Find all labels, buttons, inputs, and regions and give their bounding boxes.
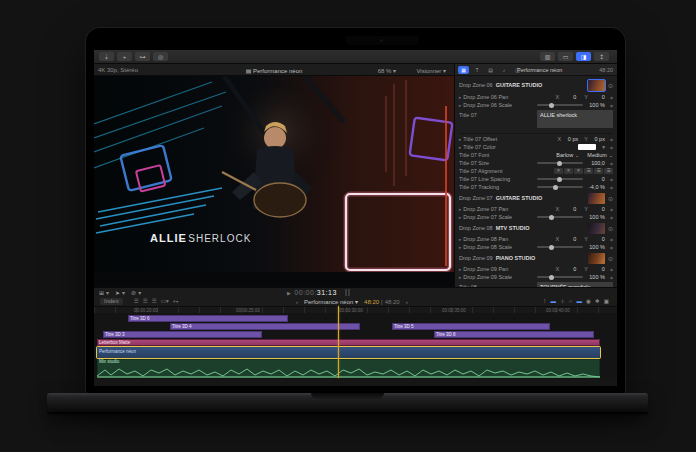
align-right-button[interactable]: ≡ — [574, 168, 583, 174]
appearance-option-icon[interactable]: ☰ — [152, 298, 157, 305]
settings-icon[interactable]: ⊙ — [608, 225, 613, 232]
forward-arrow-icon[interactable]: › — [406, 299, 408, 305]
keyframe-icon[interactable]: ◆ — [610, 237, 613, 242]
font-family-select[interactable]: Barlow ⌄ — [556, 152, 579, 158]
disclosure-icon[interactable]: ▸ — [459, 275, 461, 280]
dropzone-09-thumbnail[interactable] — [588, 253, 605, 264]
scale-slider[interactable] — [537, 216, 583, 218]
keyframe-icon[interactable]: ◆ — [610, 215, 613, 220]
scale-slider[interactable] — [537, 246, 583, 248]
append-edit-button[interactable]: ⊹ — [560, 298, 565, 304]
align-left-button[interactable]: ≡ — [554, 168, 563, 174]
value-field[interactable]: 100 % — [587, 244, 605, 250]
keyframe-icon[interactable]: ◆ — [610, 275, 613, 280]
disclosure-icon[interactable]: ▸ — [459, 145, 461, 150]
scale-slider[interactable] — [537, 276, 583, 278]
keyframe-icon[interactable]: ◆ — [610, 207, 613, 212]
keyframe-icon[interactable]: ◆ — [610, 267, 613, 272]
browser-toggle-button[interactable]: ▥ — [540, 52, 555, 61]
overwrite-edit-button[interactable]: ∩ — [569, 298, 573, 304]
appearance-option-icon[interactable]: ☰ — [143, 298, 148, 305]
timeline-tracks[interactable]: Titre 3D 6 Titre 3D 4 Titre 3D 5 Titre 3… — [94, 313, 617, 379]
zoom-tool-menu[interactable]: ⌖▾ — [173, 298, 178, 305]
font-weight-select[interactable]: Medium ⌄ — [587, 152, 613, 158]
value-field[interactable]: 0 — [591, 94, 605, 100]
add-button[interactable]: + — [117, 52, 132, 61]
line-spacing-slider[interactable] — [537, 178, 583, 180]
disclosure-icon[interactable]: ▸ — [459, 95, 461, 100]
keyframe-icon[interactable]: ◆ — [610, 137, 613, 142]
disclosure-icon[interactable]: ▸ — [459, 103, 461, 108]
title-clip[interactable]: Titre 3D 8 — [434, 331, 594, 338]
keyframe-icon[interactable]: ◆ — [610, 245, 613, 250]
value-field[interactable]: 0 — [562, 206, 576, 212]
tab-audio[interactable]: ♪ — [499, 66, 510, 74]
value-field[interactable]: 0 — [562, 266, 576, 272]
appearance-option-icon[interactable]: ☰ — [134, 298, 139, 305]
keyframe-icon[interactable]: ◆ — [610, 103, 613, 108]
project-name-menu[interactable]: Performance néon ▾ — [304, 298, 358, 305]
keyframe-icon[interactable]: ◆ — [610, 95, 613, 100]
dropzone-07-thumbnail[interactable] — [588, 193, 605, 204]
display-options-menu[interactable]: ⊞▾ — [99, 289, 109, 296]
timeline-toggle-button[interactable]: ▭ — [558, 52, 573, 61]
back-arrow-icon[interactable]: ‹ — [296, 299, 298, 305]
keyframe-icon[interactable]: ◆ — [610, 145, 613, 150]
background-tasks-button[interactable]: ◎ — [153, 52, 168, 61]
value-field[interactable]: 100 % — [587, 274, 605, 280]
value-field[interactable]: 0 — [591, 206, 605, 212]
audio-meters-icon[interactable] — [345, 289, 351, 296]
size-slider[interactable] — [537, 162, 583, 164]
tab-generator[interactable]: ▦ — [458, 66, 469, 74]
keyframe-icon[interactable]: ◆ — [610, 185, 613, 190]
viewer-canvas[interactable]: ALLIE SHERLOCK — [94, 76, 455, 287]
color-swatch[interactable] — [578, 144, 596, 150]
play-icon[interactable]: ▶ — [287, 290, 291, 296]
disclosure-icon[interactable]: ▸ — [459, 237, 461, 242]
clip-appearance-menu[interactable]: ▭▾ — [161, 298, 169, 305]
value-field[interactable]: 0 px — [564, 136, 578, 142]
audio-clip[interactable]: Mix studio — [97, 359, 600, 378]
disclosure-icon[interactable]: ▸ — [459, 267, 461, 272]
tab-video[interactable]: ▤ — [485, 66, 496, 74]
justify-left-button[interactable]: ☰ — [584, 168, 593, 174]
settings-icon[interactable]: ⊙ — [608, 82, 613, 89]
value-field[interactable]: 0 — [591, 236, 605, 242]
mute-button[interactable]: ◉ — [586, 298, 591, 304]
value-field[interactable]: 0 — [562, 236, 576, 242]
keyframe-icon[interactable]: ◆ — [610, 161, 613, 166]
justify-center-button[interactable]: ☰ — [594, 168, 603, 174]
value-field[interactable]: 0 px — [591, 136, 605, 142]
viewer-view-menu[interactable]: Visionner ▾ — [416, 67, 446, 74]
video-clip-selected[interactable]: Performance néon — [97, 347, 600, 358]
keyword-editor-button[interactable]: ⊶ — [135, 52, 150, 61]
playhead[interactable] — [338, 306, 339, 378]
effects-browser-button[interactable]: ❖ — [595, 298, 600, 304]
value-field[interactable]: 0 — [562, 94, 576, 100]
tab-title[interactable]: T — [472, 66, 483, 74]
dropzone-06-thumbnail[interactable] — [588, 80, 605, 91]
tool-menu[interactable]: ➤▾ — [115, 289, 125, 296]
title-clip[interactable]: Titre 3D 5 — [392, 323, 550, 330]
title-07-text-field[interactable]: ALLIE sherlock — [537, 110, 613, 128]
skimming-menu[interactable]: ⊘▾ — [131, 289, 141, 296]
inspector-toggle-button[interactable]: ◨ — [576, 52, 591, 61]
align-center-button[interactable]: ≡ — [564, 168, 573, 174]
transitions-browser-button[interactable]: ▣ — [604, 298, 609, 304]
timeline-ruler[interactable]: 00:00:20:00 00:00:25:00 00:00:30:00 00:0… — [94, 306, 617, 313]
tracking-slider[interactable] — [537, 186, 583, 188]
timecode-display[interactable]: ▶ 00:00:31:13 — [287, 289, 351, 296]
letterbox-matte-clip[interactable]: Letterbox Matte — [97, 339, 600, 346]
title-clip[interactable]: Titre 3D 6 — [128, 315, 288, 322]
connect-edit-button[interactable]: ⊺ — [544, 298, 547, 304]
value-field[interactable]: -4,0 % — [587, 184, 605, 190]
value-field[interactable]: 100,0 — [587, 160, 605, 166]
audio-monitor-button[interactable]: ▬ — [577, 298, 583, 304]
title-clip[interactable]: Titre 3D 4 — [170, 323, 360, 330]
keyframe-icon[interactable]: ◆ — [610, 177, 613, 182]
import-media-button[interactable]: ⇣ — [99, 52, 114, 61]
settings-icon[interactable]: ⊙ — [608, 255, 613, 262]
value-field[interactable]: 0 — [587, 176, 605, 182]
share-button[interactable]: ↥ — [594, 52, 609, 61]
dropzone-08-thumbnail[interactable] — [588, 223, 605, 234]
